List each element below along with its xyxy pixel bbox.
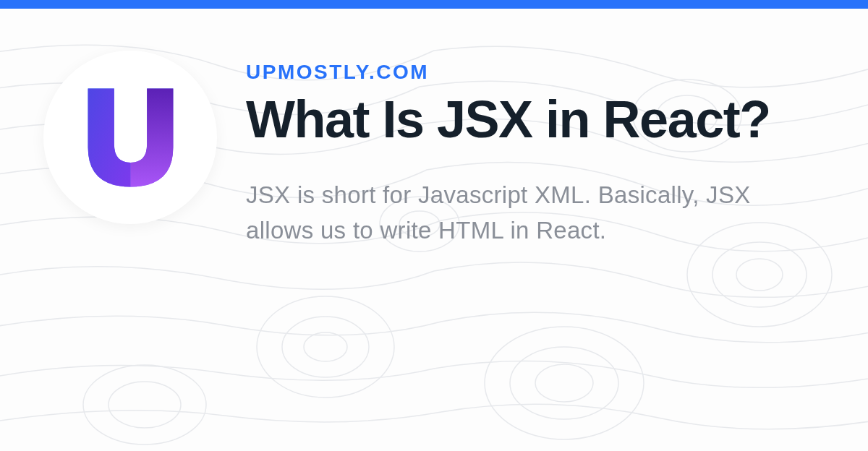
- page-title: What Is JSX in React?: [246, 90, 825, 150]
- page-description: JSX is short for Javascript XML. Basical…: [246, 177, 825, 249]
- svg-point-3: [485, 327, 644, 439]
- svg-point-10: [109, 382, 181, 428]
- svg-point-8: [736, 259, 783, 291]
- svg-point-0: [257, 296, 394, 398]
- text-content: UPMOSTLY.COM What Is JSX in React? JSX i…: [246, 51, 825, 249]
- svg-point-2: [304, 332, 347, 361]
- upmostly-logo-icon: [78, 78, 183, 197]
- svg-point-9: [83, 365, 206, 444]
- svg-point-5: [535, 364, 593, 402]
- logo-container: [43, 51, 217, 224]
- content-container: UPMOSTLY.COM What Is JSX in React? JSX i…: [0, 0, 868, 249]
- site-name: UPMOSTLY.COM: [246, 61, 825, 84]
- svg-point-1: [282, 317, 369, 377]
- svg-point-4: [510, 347, 618, 419]
- top-accent-bar: [0, 0, 868, 9]
